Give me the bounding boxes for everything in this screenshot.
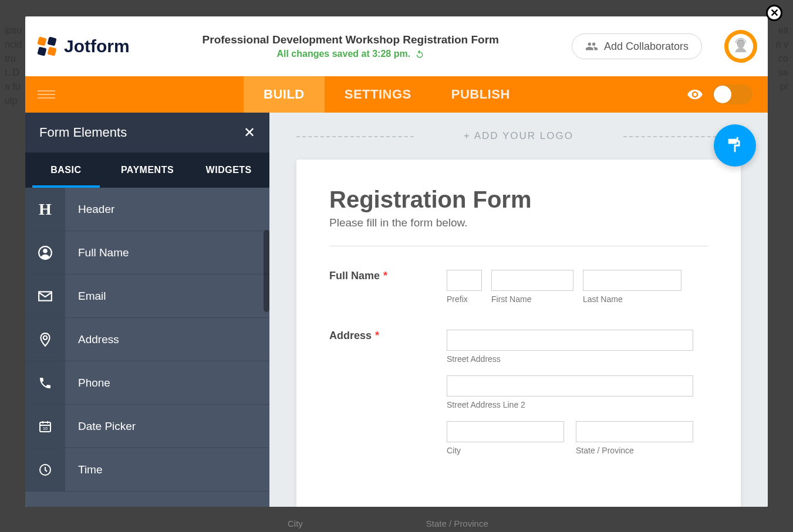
calendar-icon: 10 bbox=[38, 419, 52, 433]
sidebar-title: Form Elements bbox=[39, 125, 127, 140]
close-modal-button[interactable]: ✕ bbox=[766, 5, 782, 21]
svg-point-8 bbox=[43, 336, 48, 340]
field-label: Full Name* bbox=[329, 270, 447, 304]
jotform-icon bbox=[36, 35, 58, 57]
clock-icon bbox=[38, 463, 52, 477]
input-city[interactable] bbox=[447, 421, 564, 442]
sublabel-first: First Name bbox=[491, 294, 573, 304]
sublabel-city: City bbox=[447, 446, 564, 455]
required-star: * bbox=[383, 270, 387, 282]
collaborators-icon bbox=[585, 40, 598, 53]
form-title[interactable]: Professional Development Workshop Regist… bbox=[140, 33, 561, 46]
brand-name: Jotform bbox=[64, 36, 130, 56]
sidebar-header: Form Elements ✕ bbox=[25, 113, 269, 153]
field-label-text: Full Name bbox=[329, 270, 380, 282]
element-email[interactable]: Email bbox=[25, 275, 269, 318]
main-nav-bar: BUILD SETTINGS PUBLISH bbox=[25, 76, 768, 113]
top-header: Jotform Professional Development Worksho… bbox=[25, 16, 768, 76]
element-address[interactable]: Address bbox=[25, 318, 269, 361]
avatar-icon bbox=[727, 33, 754, 60]
preview-icon[interactable] bbox=[687, 86, 703, 103]
form-designer-button[interactable] bbox=[714, 124, 756, 167]
add-logo-button[interactable]: + ADD YOUR LOGO bbox=[296, 130, 741, 142]
input-first-name[interactable] bbox=[491, 270, 573, 291]
pin-icon bbox=[38, 332, 53, 347]
sidebar-tab-basic[interactable]: BASIC bbox=[25, 153, 107, 188]
user-icon bbox=[38, 245, 53, 260]
form-subheading[interactable]: Please fill in the form below. bbox=[329, 216, 708, 246]
form-preview: Registration Form Please fill in the for… bbox=[296, 160, 741, 507]
svg-rect-0 bbox=[37, 36, 46, 46]
form-builder-modal: Jotform Professional Development Worksho… bbox=[25, 16, 768, 507]
undo-icon[interactable] bbox=[415, 49, 424, 59]
sidebar-tabs: BASIC PAYMENTS WIDGETS bbox=[25, 153, 269, 188]
title-area: Professional Development Workshop Regist… bbox=[140, 33, 561, 59]
field-label-text: Address bbox=[329, 330, 372, 341]
form-heading[interactable]: Registration Form bbox=[329, 187, 708, 213]
sidebar-tab-payments[interactable]: PAYMENTS bbox=[107, 153, 188, 188]
sublabel-street2: Street Address Line 2 bbox=[447, 400, 708, 409]
paint-roller-icon bbox=[725, 135, 745, 155]
element-label: Date Picker bbox=[65, 420, 136, 433]
element-label: Email bbox=[65, 290, 106, 303]
required-star: * bbox=[375, 330, 379, 341]
mail-icon bbox=[38, 289, 53, 304]
bg-city-label: City bbox=[288, 519, 303, 528]
element-datepicker[interactable]: 10 Date Picker bbox=[25, 405, 269, 448]
field-full-name[interactable]: Full Name* Prefix First Name Last Name bbox=[329, 270, 708, 304]
add-collaborators-button[interactable]: Add Collaborators bbox=[572, 33, 702, 59]
menu-toggle[interactable] bbox=[25, 76, 68, 113]
sidebar-scrollbar[interactable] bbox=[264, 230, 269, 312]
elements-sidebar: Form Elements ✕ BASIC PAYMENTS WIDGETS H… bbox=[25, 113, 269, 507]
element-label: Address bbox=[65, 333, 119, 346]
phone-icon bbox=[38, 376, 52, 390]
sublabel-prefix: Prefix bbox=[447, 294, 482, 304]
form-canvas: + ADD YOUR LOGO Registration Form Please… bbox=[269, 113, 768, 507]
workspace: Form Elements ✕ BASIC PAYMENTS WIDGETS H… bbox=[25, 113, 768, 507]
sidebar-close-button[interactable]: ✕ bbox=[244, 124, 255, 141]
element-label: Phone bbox=[65, 377, 110, 389]
bg-state-label: State / Province bbox=[426, 519, 488, 528]
input-state[interactable] bbox=[576, 421, 693, 442]
brand-logo[interactable]: Jotform bbox=[36, 35, 130, 57]
sublabel-last: Last Name bbox=[583, 294, 681, 304]
input-street2[interactable] bbox=[447, 375, 693, 397]
svg-point-6 bbox=[43, 248, 48, 253]
tab-build[interactable]: BUILD bbox=[244, 76, 325, 113]
sublabel-street: Street Address bbox=[447, 354, 708, 364]
field-address[interactable]: Address* Street Address Street Address L… bbox=[329, 330, 708, 455]
input-street[interactable] bbox=[447, 330, 693, 351]
tab-publish[interactable]: PUBLISH bbox=[431, 76, 530, 113]
element-phone[interactable]: Phone bbox=[25, 361, 269, 405]
field-label: Address* bbox=[329, 330, 447, 455]
preview-toggle[interactable] bbox=[713, 84, 752, 104]
sublabel-state: State / Province bbox=[576, 446, 693, 455]
user-avatar[interactable] bbox=[724, 30, 757, 63]
collaborators-label: Add Collaborators bbox=[604, 40, 689, 53]
element-fullname[interactable]: Full Name bbox=[25, 231, 269, 275]
nav-right-tools bbox=[687, 84, 768, 104]
element-time[interactable]: Time bbox=[25, 448, 269, 492]
main-tabs: BUILD SETTINGS PUBLISH bbox=[244, 76, 530, 113]
svg-rect-1 bbox=[47, 36, 56, 46]
svg-rect-2 bbox=[37, 46, 46, 56]
input-prefix[interactable] bbox=[447, 270, 482, 291]
save-status: All changes saved at 3:28 pm. bbox=[276, 49, 424, 59]
svg-text:10: 10 bbox=[43, 426, 48, 431]
sidebar-tab-widgets[interactable]: WIDGETS bbox=[188, 153, 269, 188]
input-last-name[interactable] bbox=[583, 270, 681, 291]
element-label: Header bbox=[65, 203, 114, 216]
element-list: H Header Full Name Email Address P bbox=[25, 188, 269, 507]
tab-settings[interactable]: SETTINGS bbox=[325, 76, 431, 113]
svg-rect-3 bbox=[47, 46, 56, 56]
element-label: Time bbox=[65, 463, 103, 476]
save-status-text: All changes saved at 3:28 pm. bbox=[276, 49, 410, 59]
background-table-labels: City State / Province bbox=[0, 519, 793, 528]
header-icon: H bbox=[39, 200, 52, 219]
element-header[interactable]: H Header bbox=[25, 188, 269, 231]
element-label: Full Name bbox=[65, 246, 129, 259]
